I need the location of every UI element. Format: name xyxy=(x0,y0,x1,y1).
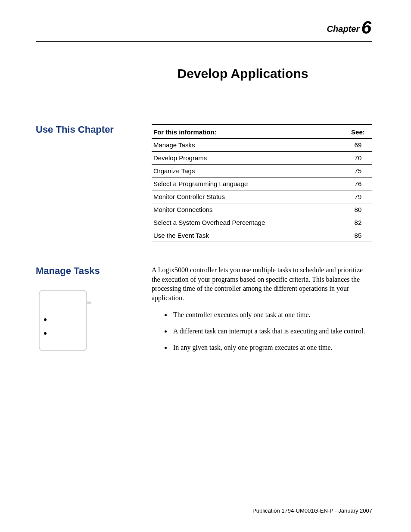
table-row: Use the Event Task 85 xyxy=(152,229,372,242)
chapter-number: 6 xyxy=(361,17,371,37)
table-cell-info: Select a Programming Language xyxy=(152,177,344,190)
table-cell-see: 82 xyxy=(344,216,372,229)
table-cell-info: Monitor Connections xyxy=(152,203,344,216)
chapter-contents-table: For this information: See: Manage Tasks … xyxy=(152,124,372,242)
chapter-header: Chapter 6 xyxy=(36,17,372,38)
table-row: Develop Programs 70 xyxy=(152,152,372,165)
svg-point-3 xyxy=(44,332,47,335)
table-cell-info: Select a System Overhead Percentage xyxy=(152,216,344,229)
list-item: A different task can interrupt a task th… xyxy=(171,327,372,336)
table-cell-info: Manage Tasks xyxy=(152,139,344,152)
table-header-see: See: xyxy=(344,124,372,139)
table-cell-see: 80 xyxy=(344,203,372,216)
table-cell-see: 70 xyxy=(344,152,372,165)
list-item: In any given task, only one program exec… xyxy=(171,343,372,352)
table-cell-info: Monitor Controller Status xyxy=(152,190,344,203)
manage-tasks-heading: Manage Tasks xyxy=(36,265,141,277)
table-row: Organize Tags 75 xyxy=(152,165,372,177)
publication-footer: Publication 1794-UM001G-EN-P - January 2… xyxy=(252,507,372,514)
manage-tasks-intro: A Logix5000 controller lets you use mult… xyxy=(152,265,372,302)
chapter-label: Chapter xyxy=(327,24,360,34)
table-cell-see: 69 xyxy=(344,139,372,152)
svg-rect-0 xyxy=(39,290,87,351)
table-header-info: For this information: xyxy=(152,124,344,139)
header-rule xyxy=(36,41,372,42)
table-row: Monitor Connections 80 xyxy=(152,203,372,216)
table-row: Select a System Overhead Percentage 82 xyxy=(152,216,372,229)
use-this-chapter-heading: Use This Chapter xyxy=(36,124,141,135)
list-item: The controller executes only one task at… xyxy=(171,310,372,320)
manage-tasks-section: Manage Tasks A Logix5000 controller lets… xyxy=(36,265,372,359)
table-row: Manage Tasks 69 xyxy=(152,139,372,152)
table-cell-info: Organize Tags xyxy=(152,165,344,177)
svg-point-2 xyxy=(44,318,47,321)
table-cell-see: 76 xyxy=(344,177,372,190)
use-this-chapter-section: Use This Chapter For this information: S… xyxy=(36,124,372,265)
bullet-list-icon xyxy=(36,289,92,353)
table-row: Select a Programming Language 76 xyxy=(152,177,372,190)
table-cell-see: 79 xyxy=(344,190,372,203)
page-title: Develop Applications xyxy=(113,66,372,81)
table-cell-see: 85 xyxy=(344,229,372,242)
manage-tasks-bullets: The controller executes only one task at… xyxy=(152,310,372,352)
table-cell-info: Use the Event Task xyxy=(152,229,344,242)
svg-rect-1 xyxy=(87,302,91,304)
table-cell-info: Develop Programs xyxy=(152,152,344,165)
table-cell-see: 75 xyxy=(344,165,372,177)
table-row: Monitor Controller Status 79 xyxy=(152,190,372,203)
